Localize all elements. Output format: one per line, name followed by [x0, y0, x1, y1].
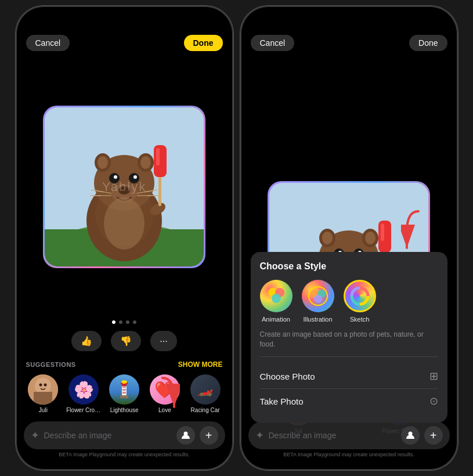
car-icon: 🏎️ — [190, 374, 221, 405]
suggestions-section: SUGGESTIONS SHOW MORE — [17, 358, 232, 418]
beaver-illustration — [45, 107, 204, 266]
svg-rect-28 — [34, 392, 52, 405]
bottom-bar-right: ✦ Describe an image + BETA Image Playgro… — [241, 418, 457, 469]
dot-2 — [119, 320, 122, 324]
animation-icon — [260, 280, 293, 312]
svg-point-30 — [44, 384, 47, 387]
svg-rect-22 — [154, 145, 167, 177]
input-placeholder-right[interactable]: Describe an image — [269, 431, 396, 440]
illustration-icon — [302, 280, 334, 312]
avatar-love: ❤️ — [150, 374, 180, 405]
style-sketch[interactable]: Sketch — [344, 280, 376, 323]
ai-icon: ✦ — [31, 429, 39, 442]
ai-icon-right: ✦ — [255, 429, 264, 442]
svg-rect-23 — [156, 148, 160, 165]
style-illustration[interactable]: Illustration — [302, 280, 334, 323]
suggestion-lighthouse[interactable]: Lighthouse — [107, 374, 142, 413]
input-row-right: ✦ Describe an image + — [248, 421, 450, 449]
suggestion-label-lighthouse: Lighthouse — [110, 407, 139, 413]
svg-point-74 — [314, 295, 322, 303]
svg-point-49 — [365, 232, 375, 244]
suggestions-header: SUGGESTIONS SHOW MORE — [26, 360, 223, 369]
suggestion-label-car: Racing Car — [191, 407, 220, 413]
svg-rect-37 — [122, 389, 126, 391]
right-phone: Cancel Done — [240, 6, 458, 470]
svg-rect-64 — [381, 223, 384, 241]
style-animation[interactable]: Animation — [260, 280, 293, 323]
svg-point-35 — [121, 380, 127, 384]
status-bar — [17, 7, 232, 33]
svg-point-13 — [114, 175, 117, 179]
popup-title: Choose a Style — [260, 261, 438, 272]
avatar-car: 🏎️ — [190, 374, 221, 405]
avatar-flower-crown: 🌸 — [68, 374, 99, 405]
status-bar-right — [241, 7, 457, 33]
svg-rect-34 — [120, 395, 128, 398]
input-placeholder[interactable]: Describe an image — [44, 431, 172, 440]
svg-point-27 — [35, 378, 51, 394]
dot-3 — [126, 320, 129, 324]
show-more-button[interactable]: SHOW MORE — [178, 360, 223, 369]
person-button[interactable] — [176, 426, 195, 445]
cancel-button-right[interactable]: Cancel — [251, 35, 295, 51]
top-buttons-right: Cancel Done — [241, 33, 457, 56]
dot-1 — [112, 320, 115, 324]
suggestion-car[interactable]: 🏎️ Racing Car — [188, 374, 223, 413]
suggestion-label-flower-crown: Flower Crown — [66, 407, 101, 413]
done-button-right[interactable]: Done — [409, 35, 447, 51]
suggestion-label-juli: Juli — [39, 407, 48, 413]
sketch-label: Sketch — [350, 316, 370, 323]
choose-photo-label: Choose Photo — [260, 372, 315, 381]
thumbup-button[interactable]: 👍 — [71, 331, 102, 351]
choose-photo-action[interactable]: Choose Photo ⊞ — [260, 364, 438, 389]
take-photo-label: Take Photo — [260, 396, 304, 406]
beta-text: BETA Image Playground may create unexpec… — [24, 449, 225, 457]
beta-text-right: BETA Image Playground may create unexpec… — [248, 449, 450, 457]
suggestion-flower-crown[interactable]: 🌸 Flower Crown — [66, 374, 101, 413]
camera-icon: ⊙ — [429, 395, 438, 408]
done-button[interactable]: Done — [184, 35, 223, 51]
main-image-container: Yablyk — [17, 56, 232, 318]
left-phone: Cancel Done — [16, 6, 233, 470]
svg-rect-63 — [378, 221, 391, 253]
svg-rect-36 — [122, 386, 126, 388]
bottom-bar: ✦ Describe an image + BETA Image Playgro… — [17, 418, 232, 469]
plus-button-right[interactable]: + — [424, 426, 443, 445]
cancel-button[interactable]: Cancel — [26, 35, 70, 51]
plus-button[interactable]: + — [200, 426, 218, 445]
thumbdown-button[interactable]: 👎 — [111, 331, 141, 351]
more-button[interactable]: ··· — [150, 331, 176, 351]
top-buttons-row: Cancel Done — [17, 33, 232, 56]
feedback-row: 👍 👎 ··· — [17, 329, 232, 358]
svg-point-7 — [98, 156, 108, 169]
svg-rect-38 — [122, 392, 126, 394]
avatar-juli — [28, 374, 58, 405]
suggestion-label-love: Love — [158, 407, 171, 413]
suggestion-juli[interactable]: Juli — [26, 374, 61, 413]
sketch-icon — [344, 280, 376, 312]
svg-point-29 — [39, 384, 42, 387]
svg-point-48 — [322, 232, 333, 244]
suggestions-title: SUGGESTIONS — [26, 361, 76, 368]
svg-point-70 — [272, 294, 281, 303]
person-button-right[interactable] — [401, 426, 420, 445]
suggestions-row: Juli 🌸 Flower Crown — [26, 374, 223, 413]
input-row: ✦ Describe an image + — [24, 421, 225, 449]
take-photo-action[interactable]: Take Photo ⊙ — [260, 389, 438, 413]
image-inner: Yablyk — [45, 107, 204, 266]
suggestion-love[interactable]: ❤️ Love — [147, 374, 182, 413]
illustration-label: Illustration — [303, 316, 332, 323]
style-chooser-popup: Choose a Style Animation — [251, 252, 447, 423]
lighthouse-icon — [109, 374, 139, 405]
style-options-row: Animation Illustration — [260, 280, 438, 323]
flower-crown-icon: 🌸 — [68, 374, 99, 405]
juli-face — [28, 374, 58, 405]
page-dots — [17, 318, 232, 329]
animation-label: Animation — [262, 316, 290, 323]
popup-description: Create an image based on a photo of pets… — [260, 330, 438, 357]
image-frame: Yablyk — [43, 106, 205, 268]
photo-library-icon: ⊞ — [429, 370, 438, 383]
dot-4 — [133, 320, 136, 324]
svg-point-25 — [104, 197, 145, 250]
svg-point-14 — [133, 175, 137, 179]
